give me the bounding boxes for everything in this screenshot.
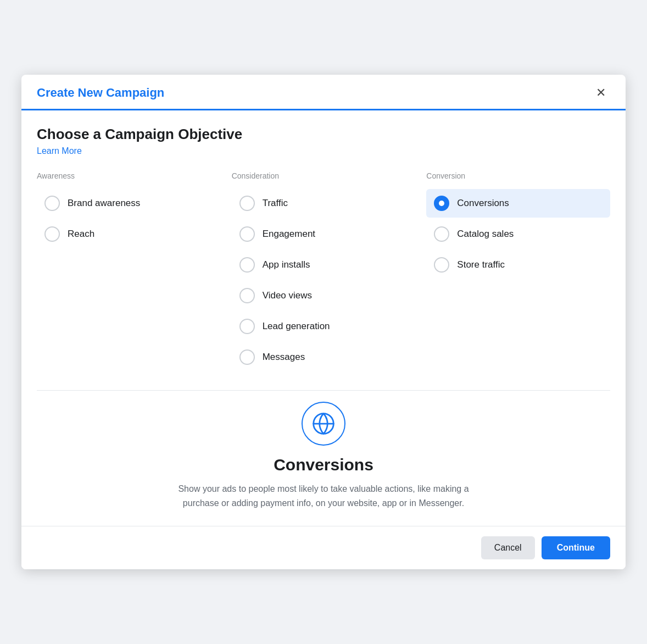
traffic-label: Traffic [263,198,288,209]
app-installs-option[interactable]: App installs [232,251,416,279]
video-views-label: Video views [263,290,312,301]
reach-option[interactable]: Reach [37,220,221,248]
globe-icon-wrapper [302,402,345,446]
traffic-radio [239,196,255,211]
conversion-column-label: Conversion [426,171,610,180]
traffic-option[interactable]: Traffic [232,189,416,218]
awareness-column: Awareness Brand awareness Reach [37,171,221,374]
reach-label: Reach [68,229,94,240]
messages-radio [239,349,255,365]
objectives-grid: Awareness Brand awareness Reach Consider… [37,171,610,374]
conversion-column: Conversion Conversions Catalog sales Sto… [426,171,610,374]
globe-icon [311,412,336,436]
video-views-radio [239,288,255,303]
engagement-label: Engagement [263,229,315,240]
lead-generation-label: Lead generation [263,321,330,332]
brand-awareness-label: Brand awareness [68,198,140,209]
consideration-column-label: Consideration [232,171,416,180]
modal-body: Choose a Campaign Objective Learn More A… [21,110,626,525]
continue-button[interactable]: Continue [542,536,610,559]
store-traffic-option[interactable]: Store traffic [426,251,610,279]
brand-awareness-radio [44,196,60,211]
modal-header: Create New Campaign ✕ [21,75,626,110]
catalog-sales-radio [434,226,449,242]
catalog-sales-option[interactable]: Catalog sales [426,220,610,248]
consideration-column: Consideration Traffic Engagement App ins… [232,171,416,374]
engagement-radio [239,226,255,242]
preview-description: Show your ads to people most likely to t… [164,482,483,510]
conversions-label: Conversions [457,198,509,209]
engagement-option[interactable]: Engagement [232,220,416,248]
conversions-radio [434,196,449,211]
preview-section: Conversions Show your ads to people most… [37,390,610,525]
messages-option[interactable]: Messages [232,343,416,371]
app-installs-label: App installs [263,259,310,270]
conversions-option[interactable]: Conversions [426,189,610,218]
radio-dot [439,201,444,206]
store-traffic-label: Store traffic [457,259,505,270]
video-views-option[interactable]: Video views [232,281,416,310]
cancel-button[interactable]: Cancel [481,536,535,559]
learn-more-link[interactable]: Learn More [37,146,82,156]
modal-footer: Cancel Continue [21,526,626,569]
messages-label: Messages [263,352,305,363]
preview-title: Conversions [274,456,373,474]
modal-title: Create New Campaign [37,86,164,100]
awareness-column-label: Awareness [37,171,221,180]
page-headline: Choose a Campaign Objective [37,126,610,143]
app-installs-radio [239,257,255,273]
lead-generation-radio [239,319,255,334]
catalog-sales-label: Catalog sales [457,229,514,240]
store-traffic-radio [434,257,449,273]
reach-radio [44,226,60,242]
lead-generation-option[interactable]: Lead generation [232,312,416,341]
close-button[interactable]: ✕ [592,85,610,101]
create-campaign-modal: Create New Campaign ✕ Choose a Campaign … [21,75,626,569]
brand-awareness-option[interactable]: Brand awareness [37,189,221,218]
